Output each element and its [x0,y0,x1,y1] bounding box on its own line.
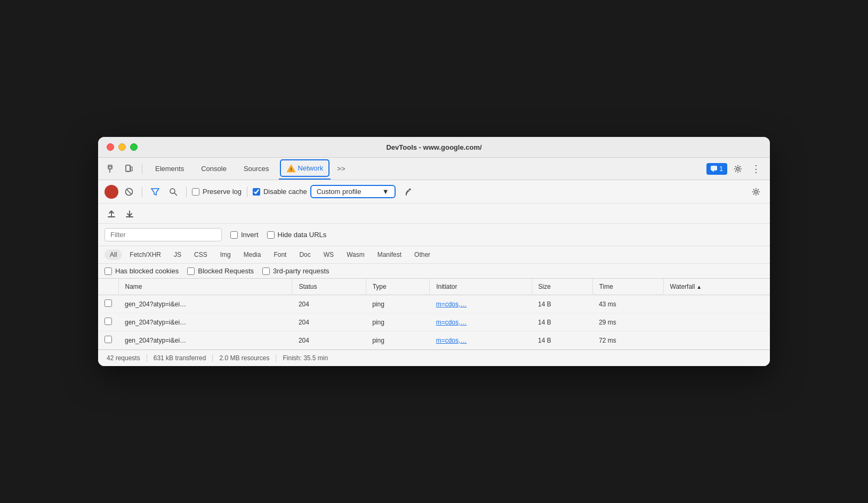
table-row[interactable]: gen_204?atyp=i&ei…204pingm=cdos,…14 B72 … [98,331,770,350]
clear-icon-btn[interactable] [122,184,136,199]
row-size: 14 B [532,331,592,350]
filter-options: Invert Hide data URLs [230,231,326,239]
svg-marker-10 [151,189,159,195]
record-button[interactable] [105,185,118,199]
row-size: 14 B [532,313,592,331]
preserve-log-checkbox[interactable] [192,188,199,196]
row-name: gen_204?atyp=i&ei… [118,295,292,313]
type-filter-css[interactable]: CSS [189,249,213,260]
row-status: 204 [292,331,366,350]
hide-data-urls-label[interactable]: Hide data URLs [267,231,327,239]
row-initiator-link[interactable]: m=cdos,… [436,337,467,344]
row-checkbox[interactable] [105,299,112,307]
throttle-icon-btn[interactable] [399,184,414,199]
toolbar-divider-2 [186,186,187,197]
row-checkbox[interactable] [105,318,112,325]
disable-cache-label[interactable]: Disable cache [253,188,307,196]
sub-toolbar [98,204,770,224]
finish-time: Finish: 35.5 min [276,354,334,362]
toolbar-divider-1 [142,186,142,197]
custom-profile-dropdown[interactable]: Custom profile ▼ [310,185,396,198]
tab-network[interactable]: ! Network [279,158,331,180]
upload-icon-btn[interactable] [105,207,118,221]
type-filter-img[interactable]: Img [215,249,236,260]
download-icon-btn[interactable] [123,207,136,221]
type-filter-row: AllFetch/XHRJSCSSImgMediaFontDocWSWasmMa… [98,246,770,264]
type-filter-doc[interactable]: Doc [294,249,316,260]
device-icon-btn[interactable] [122,161,136,176]
col-header-type[interactable]: Type [366,279,430,295]
row-type: ping [366,331,430,350]
tab-console[interactable]: Console [194,158,234,180]
cookie-filter-label[interactable]: 3rd-party requests [262,267,329,275]
dropdown-chevron-icon: ▼ [382,188,389,196]
row-type: ping [366,295,430,313]
row-initiator-link[interactable]: m=cdos,… [436,301,467,308]
cookie-filter-label[interactable]: Blocked Requests [187,267,254,275]
row-initiator: m=cdos,… [430,331,532,350]
type-filter-all[interactable]: All [105,249,122,260]
resources-size: 2.0 MB resources [213,354,276,362]
network-table-container: NameStatusTypeInitiatorSizeTimeWaterfall… [98,279,770,350]
invert-label[interactable]: Invert [230,231,259,239]
badge-count: 1 [719,165,723,173]
settings-icon-btn[interactable] [730,161,745,176]
tab-sources-label: Sources [244,165,269,173]
row-waterfall [663,313,770,331]
type-filter-js[interactable]: JS [168,249,187,260]
svg-rect-2 [131,167,132,171]
more-icon-btn[interactable]: ⋮ [749,161,763,176]
type-filter-manifest[interactable]: Manifest [372,249,407,260]
filter-bar: Invert Hide data URLs [98,224,770,246]
svg-rect-6 [711,166,717,171]
invert-checkbox[interactable] [230,231,238,239]
col-header-initiator[interactable]: Initiator [430,279,532,295]
cookie-filter-label[interactable]: Has blocked cookies [105,267,179,275]
tab-more-btn[interactable]: >> [333,165,349,173]
tab-divider-1 [142,164,142,174]
svg-point-3 [127,170,128,171]
disable-cache-checkbox[interactable] [253,188,260,196]
message-badge-btn[interactable]: 1 [706,163,727,175]
inspect-icon-btn[interactable] [105,161,119,176]
tab-bar: Elements Console Sources ! Network >> [98,158,770,180]
type-filter-font[interactable]: Font [268,249,292,260]
status-bar: 42 requests 631 kB transferred 2.0 MB re… [98,350,770,366]
col-header-waterfall[interactable]: Waterfall ▲ [663,279,770,295]
tab-more-label: >> [337,165,345,173]
filter-input[interactable] [105,228,222,241]
table-header-row: NameStatusTypeInitiatorSizeTimeWaterfall… [98,279,770,295]
tab-right-actions: 1 ⋮ [706,161,763,176]
col-header-name[interactable]: Name [118,279,292,295]
col-header-size[interactable]: Size [532,279,592,295]
col-header-time[interactable]: Time [592,279,663,295]
preserve-log-text: Preserve log [203,188,242,196]
search-icon-btn[interactable] [166,184,181,199]
close-button[interactable] [107,143,114,151]
row-initiator-link[interactable]: m=cdos,… [436,319,467,326]
table-row[interactable]: gen_204?atyp=i&ei…204pingm=cdos,…14 B29 … [98,313,770,331]
row-checkbox[interactable] [105,336,112,343]
table-row[interactable]: gen_204?atyp=i&ei…204pingm=cdos,…14 B43 … [98,295,770,313]
network-table: NameStatusTypeInitiatorSizeTimeWaterfall… [98,279,770,350]
col-header-status[interactable]: Status [292,279,366,295]
devtools-window: DevTools - www.google.com/ Elements Cons… [98,137,770,366]
tab-sources[interactable]: Sources [236,158,277,180]
row-status: 204 [292,313,366,331]
svg-line-12 [174,193,177,196]
row-waterfall [663,331,770,350]
maximize-button[interactable] [130,143,138,151]
hide-data-urls-checkbox[interactable] [267,231,275,239]
row-time: 72 ms [592,331,663,350]
type-filter-wasm[interactable]: Wasm [341,249,370,260]
type-filter-media[interactable]: Media [238,249,267,260]
type-filter-fetch/xhr[interactable]: Fetch/XHR [124,249,166,260]
preserve-log-label[interactable]: Preserve log [192,188,242,196]
filter-icon-btn[interactable] [148,184,163,199]
network-settings-icon-btn[interactable] [749,184,763,199]
minimize-button[interactable] [118,143,126,151]
tab-elements[interactable]: Elements [148,158,191,180]
type-filter-other[interactable]: Other [409,249,436,260]
window-title: DevTools - www.google.com/ [386,143,481,151]
type-filter-ws[interactable]: WS [318,249,339,260]
